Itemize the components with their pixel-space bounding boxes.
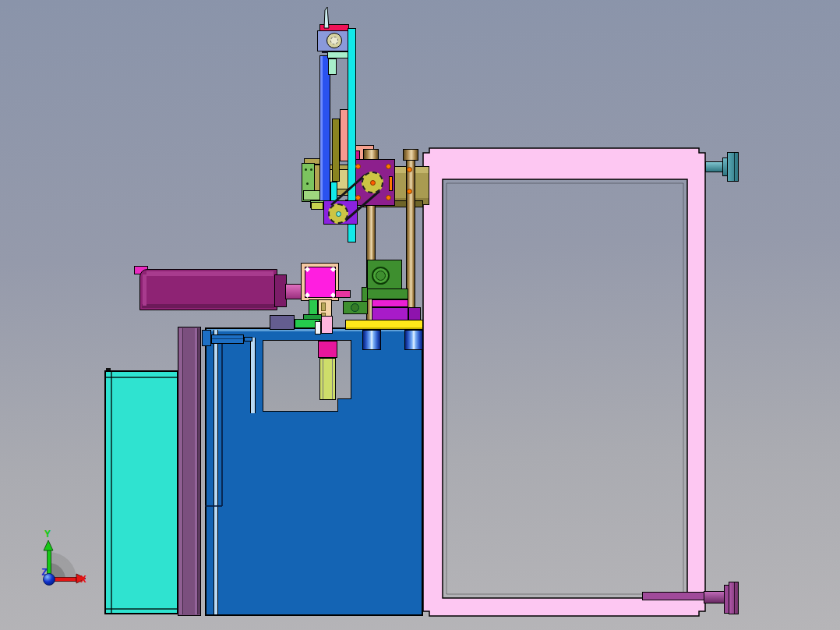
axis-triad: Z Y X [23,526,101,620]
motor-body-part[interactable] [139,269,277,310]
column-stripe-5 [198,328,200,614]
table-edge-strip-left [214,330,218,614]
plate-screw-4[interactable] [386,195,391,200]
stack-purple-dark [408,307,421,320]
pink-strip [321,316,333,334]
x-axis-label: X [80,573,86,585]
stack-purple[interactable] [372,307,408,320]
panel-seam-left [111,372,112,613]
green-plate-hole-2 [310,168,312,171]
guide-rod-right-cap [403,149,418,161]
cyan-panel-part[interactable] [104,370,178,614]
plate-screw-1[interactable] [355,164,361,169]
table-bolt-pin[interactable] [244,337,252,342]
y-axis-label: Y [44,528,51,540]
table-seam-horizontal [205,505,222,507]
knob-teal-seam [734,153,735,181]
column-part[interactable] [178,327,201,616]
motor-bottom-face [142,304,274,308]
green-plate-hole-1 [305,168,307,171]
panel-seam-bottom [106,608,177,610]
pulley-lower-hub [336,211,341,217]
knob-plum-seam [734,582,735,614]
needle-part[interactable] [324,7,329,28]
window-rod-line2 [332,359,333,399]
stack-magenta[interactable] [372,299,408,307]
bearing-bracket-connector [362,287,368,302]
panel-seam-top [106,377,177,378]
knob-teal-part[interactable] [727,152,739,182]
table-edge-strip-mid [250,338,256,413]
table-bolt-shaft[interactable] [211,334,244,344]
yellow-plate-edge [346,327,422,329]
frame-window-bevel [446,183,683,594]
arm-screw-1[interactable] [407,167,412,172]
needle-svg [318,3,334,30]
column-stripe-2 [182,328,183,614]
window-slider-block-part[interactable] [318,341,337,358]
cylinder-foot-left-part[interactable] [362,330,381,350]
motor-top-face [146,271,274,276]
green-clamp-part[interactable] [309,299,318,316]
bracket-arm-hole [351,303,359,312]
cad-viewport: Z Y X [0,0,840,630]
y-axis-arrowhead[interactable] [44,540,53,550]
mount-pointer [335,290,351,298]
table-window-notch [337,398,351,412]
bearing-inner [330,37,338,44]
belt-lower-run[interactable] [345,191,379,221]
cylinder-foot-right-part[interactable] [404,330,423,350]
frame-part[interactable] [423,148,705,616]
gray-purple-box-part[interactable] [270,315,295,330]
bracket-ring-inner [376,271,386,281]
knob-plum-part[interactable] [729,582,739,614]
pulley-upper-hub [370,180,376,186]
plate-screw-2[interactable] [386,164,391,169]
frame-bottom-bar-part[interactable] [642,592,704,600]
motor-left-face [143,274,146,306]
window-rod-line1 [323,359,323,399]
table-bolt-shaft-line [212,338,243,339]
white-pillar [315,321,321,334]
table-bolt-head[interactable] [202,330,211,346]
table-seam-vertical [221,338,223,506]
green-plate-hole-3 [306,182,309,185]
mint-bracket-vertical [328,58,337,75]
belt-upper-run[interactable] [331,175,365,205]
bearing-bracket-base [367,288,408,299]
z-axis-sphere[interactable] [44,574,55,586]
peach-slot-1 [321,303,326,311]
yellow-plate-part[interactable] [345,320,423,330]
knob-plum-shaft[interactable] [704,591,726,603]
arm-screw-2[interactable] [407,189,412,194]
plate-screw-3[interactable] [355,195,361,200]
